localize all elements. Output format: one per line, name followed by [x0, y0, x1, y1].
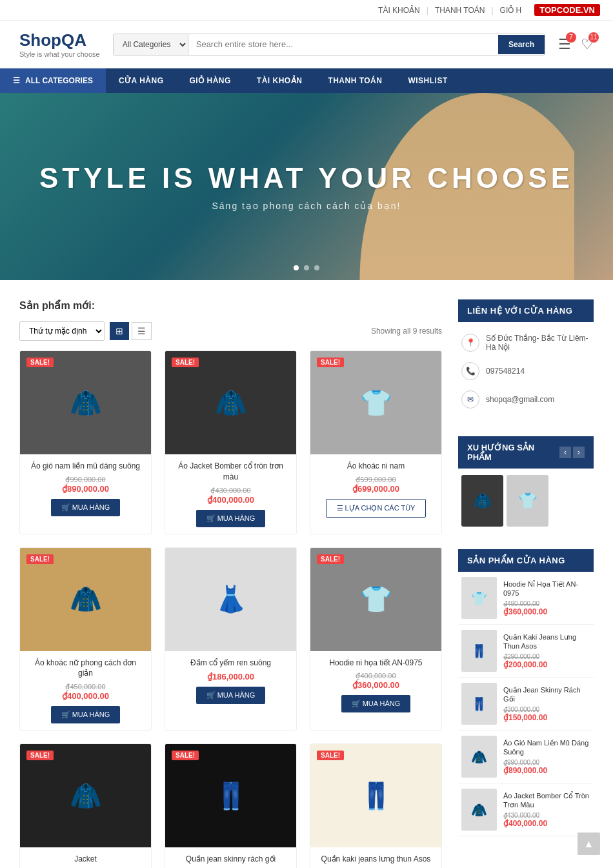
- hero-dot-3[interactable]: [314, 265, 319, 270]
- product-info-5: Đầm cổ yếm ren suông ₫186,000.00 🛒 MUA H…: [165, 651, 296, 711]
- nav-wishlist[interactable]: WISHLIST: [395, 68, 460, 93]
- sale-badge: SALE!: [317, 554, 344, 564]
- search-bar: All Categories Search: [113, 34, 545, 56]
- hero-dots: [294, 265, 319, 270]
- trend-product-2[interactable]: 👕: [507, 475, 548, 527]
- sale-badge: SALE!: [26, 554, 54, 564]
- hero-dot-2[interactable]: [304, 265, 309, 270]
- top-cart-link[interactable]: GIỎ H: [500, 6, 522, 15]
- nav-cart[interactable]: GIỎ HÀNG: [176, 68, 243, 93]
- header-icons: ☰ 7 ♡ 11: [558, 36, 594, 53]
- scroll-top-btn[interactable]: ▲: [578, 833, 600, 855]
- store-price-new-1: ₫200,000.00: [503, 660, 590, 669]
- contact-info: 📍 Số Đức Thắng- Bắc Từ Liêm-Hà Nội 📞 097…: [458, 322, 594, 420]
- all-categories-btn[interactable]: ☰ ALL CATEGORIES: [0, 68, 106, 93]
- store-product-name-3: Áo Gió Nam Liền Mũ Dáng Suông: [503, 738, 590, 757]
- section-title: Sản phẩm mới:: [19, 299, 442, 312]
- top-account-link[interactable]: TÀI KHOẢN: [378, 6, 420, 15]
- search-button[interactable]: Search: [498, 35, 545, 54]
- trend-nav: ‹ ›: [559, 447, 585, 458]
- product-card: SALE! 👕 Hoodie ni họa tiết AN-0975 ₫400,…: [310, 547, 442, 731]
- store-price-new-4: ₫400,000.00: [503, 819, 590, 828]
- email-text: shopqa@gmail.com: [486, 395, 554, 404]
- store-products-block: SẢN PHẨM CỬA HÀNG 👕 Hoodie Nỉ Họa Tiết A…: [458, 549, 594, 836]
- store-price-old-3: ₫990,000.00: [503, 759, 590, 766]
- store-product-img-0: 👕: [461, 577, 497, 619]
- wishlist-icon[interactable]: ♡ 11: [581, 36, 594, 53]
- sale-badge: SALE!: [26, 358, 54, 367]
- hero-subtitle: Sáng tạo phong cách cách của bạn!: [39, 201, 574, 211]
- buy-btn-6[interactable]: 🛒 MUA HÀNG: [341, 695, 411, 712]
- store-price-new-2: ₫150,000.00: [503, 713, 590, 722]
- buy-btn-5[interactable]: 🛒 MUA HÀNG: [196, 687, 266, 704]
- trending-title: XU HƯỚNG SẢN PHẨM: [467, 443, 559, 462]
- price-new-3: ₫699,000.00: [317, 484, 435, 494]
- store-product-info-4: Áo Jacket Bomber Cổ Tròn Trơn Màu ₫430,0…: [503, 791, 590, 829]
- wishlist-badge: 11: [588, 32, 599, 43]
- store-products-list: 👕 Hoodie Nỉ Họa Tiết AN-0975 ₫480,000.00…: [458, 572, 594, 836]
- price-old-4: ₫450,000.00: [26, 683, 145, 691]
- store-product-img-4: 🧥: [461, 789, 497, 831]
- product-name-7: Jacket: [26, 854, 145, 865]
- choose-btn-3[interactable]: ☰ LỰA CHỌN CÁC TÙY: [326, 499, 427, 518]
- product-card: SALE! 👖 Quần jean skinny rách gối ₫300,0…: [165, 743, 297, 868]
- store-product-item[interactable]: 👖 Quần Jean Skinny Rách Gối ₫300,000.00 …: [458, 678, 594, 731]
- category-select[interactable]: All Categories: [114, 34, 188, 55]
- price-new-2: ₫400,000.00: [172, 495, 290, 505]
- product-info-8: Quần jean skinny rách gối ₫300,000.00 ₫1…: [165, 847, 296, 868]
- nav-account[interactable]: TÀI KHOẢN: [244, 68, 316, 93]
- logo[interactable]: ShopQA Style is what your choose: [19, 30, 100, 58]
- sale-badge: SALE!: [172, 751, 199, 760]
- product-name-9: Quần kaki jeans lưng thun Asos: [317, 854, 435, 865]
- product-name-4: Áo khoác nữ phong cách đơn giản: [26, 658, 145, 680]
- trending-block: XU HƯỚNG SẢN PHẨM ‹ › 🧥 👕: [458, 436, 594, 533]
- showing-text: Showing all 9 results: [371, 327, 442, 336]
- store-price-old-1: ₫290,000.00: [503, 653, 590, 660]
- top-checkout-link[interactable]: THANH TOÁN: [435, 6, 485, 15]
- store-product-item[interactable]: 🧥 Áo Gió Nam Liền Mũ Dáng Suông ₫990,000…: [458, 731, 594, 783]
- store-product-info-1: Quần Kaki Jeans Lưng Thun Asos ₫290,000.…: [503, 632, 590, 670]
- product-name-2: Áo Jacket Bomber cổ tròn trơn màu: [172, 461, 290, 483]
- hero-dot-1[interactable]: [294, 265, 299, 270]
- trending-header: XU HƯỚNG SẢN PHẨM ‹ ›: [458, 436, 594, 469]
- list-view-btn[interactable]: ☰: [132, 322, 152, 340]
- buy-btn-4[interactable]: 🛒 MUA HÀNG: [51, 706, 121, 723]
- store-product-name-2: Quần Jean Skinny Rách Gối: [503, 685, 590, 704]
- product-info-6: Hoodie ni họa tiết AN-0975 ₫400,000.00 ₫…: [310, 651, 441, 720]
- product-grid: SALE! 🧥 Áo gió nam liền mũ dáng suông ₫9…: [19, 350, 442, 868]
- store-product-item[interactable]: 👕 Hoodie Nỉ Họa Tiết AN-0975 ₫480,000.00…: [458, 572, 594, 625]
- nav-checkout[interactable]: THANH TOÁN: [315, 68, 395, 93]
- store-price-new-3: ₫890,000.00: [503, 766, 590, 775]
- cart-badge: 7: [566, 32, 576, 43]
- sort-select[interactable]: Thứ tự mặc định: [19, 321, 105, 341]
- product-name-3: Áo khoác ni nam: [317, 461, 435, 472]
- buy-btn-2[interactable]: 🛒 MUA HÀNG: [196, 510, 266, 527]
- trend-next-btn[interactable]: ›: [573, 447, 585, 458]
- product-info-9: Quần kaki jeans lưng thun Asos ₫290,000.…: [310, 847, 441, 868]
- trend-prev-btn[interactable]: ‹: [559, 447, 571, 458]
- main-content: Sản phẩm mới: Thứ tự mặc định ⊞ ☰ Showin…: [0, 280, 613, 868]
- sale-badge: SALE!: [317, 358, 344, 367]
- address-text: Số Đức Thắng- Bắc Từ Liêm-Hà Nội: [486, 334, 590, 352]
- contact-block: LIÊN HỆ VỚI CỬA HÀNG 📍 Số Đức Thắng- Bắc…: [458, 299, 594, 420]
- search-input[interactable]: [188, 34, 498, 54]
- store-product-info-3: Áo Gió Nam Liền Mũ Dáng Suông ₫990,000.0…: [503, 738, 590, 776]
- store-product-item[interactable]: 👖 Quần Kaki Jeans Lưng Thun Asos ₫290,00…: [458, 625, 594, 678]
- all-categories-label: ALL CATEGORIES: [25, 76, 93, 85]
- store-product-name-4: Áo Jacket Bomber Cổ Tròn Trơn Màu: [503, 791, 590, 810]
- product-card: SALE! 👕 Áo khoác ni nam ₫599,000.00 ₫699…: [310, 350, 442, 534]
- price-new-4: ₫400,000.00: [26, 691, 145, 701]
- grid-view-btn[interactable]: ⊞: [110, 322, 129, 340]
- store-product-info-0: Hoodie Nỉ Họa Tiết AN-0975 ₫480,000.00 ₫…: [503, 580, 590, 617]
- logo-name: ShopQA: [19, 30, 100, 50]
- trend-product-1[interactable]: 🧥: [461, 475, 503, 527]
- product-name-5: Đầm cổ yếm ren suông: [172, 658, 290, 669]
- product-info-7: Jacket ₫250,000.00 ₫200,000.00 🛒 MUA HÀN…: [20, 847, 151, 868]
- buy-btn-1[interactable]: 🛒 MUA HÀNG: [51, 499, 121, 516]
- product-card: SALE! 🧥 Jacket ₫250,000.00 ₫200,000.00 🛒…: [19, 743, 152, 868]
- store-product-item[interactable]: 🧥 Áo Jacket Bomber Cổ Tròn Trơn Màu ₫430…: [458, 783, 594, 836]
- product-info-2: Áo Jacket Bomber cổ tròn trơn màu ₫430,0…: [165, 454, 296, 534]
- cart-icon[interactable]: ☰ 7: [558, 36, 571, 53]
- nav-store[interactable]: CỬA HÀNG: [106, 68, 177, 93]
- price-old-1: ₫990,000.00: [26, 476, 145, 484]
